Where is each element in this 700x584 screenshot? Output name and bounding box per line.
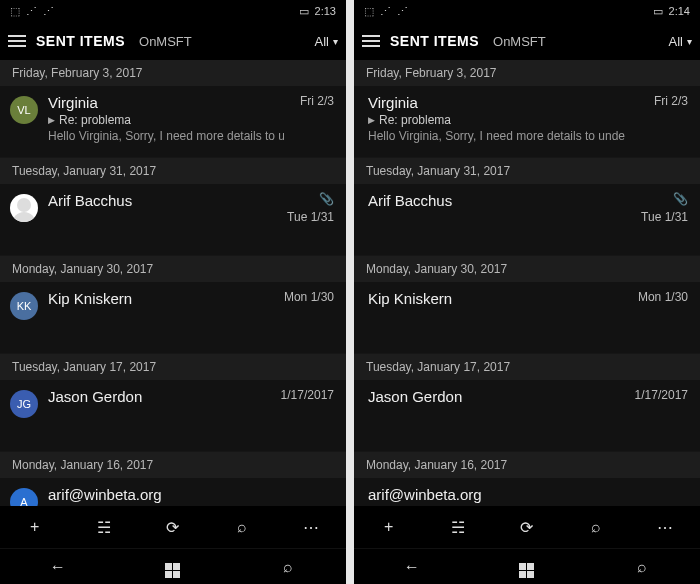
filter-dropdown[interactable]: All▾ [669, 34, 692, 49]
sync-button[interactable]: ⟳ [153, 511, 193, 543]
message-list[interactable]: Friday, February 3, 2017Virginia▶Re: pro… [354, 60, 700, 506]
filter-label: All [315, 34, 329, 49]
message-item[interactable]: JGJason Gerdon1/17/2017 [0, 380, 346, 452]
account-name: OnMSFT [493, 34, 546, 49]
folder-title: SENT ITEMS [390, 33, 479, 49]
account-name: OnMSFT [139, 34, 192, 49]
message-list[interactable]: Friday, February 3, 2017VLVirginia▶Re: p… [0, 60, 346, 506]
new-mail-button[interactable]: + [369, 511, 409, 543]
more-button[interactable]: ⋯ [645, 511, 685, 543]
status-time: 2:14 [669, 5, 690, 17]
battery-icon: ▭ [299, 5, 309, 18]
status-bar: ⬚⋰⋰▭2:13 [0, 0, 346, 22]
date-separator: Monday, January 30, 2017 [354, 256, 700, 282]
search-button[interactable]: ⌕ [222, 511, 262, 543]
sender-name: Kip Kniskern [48, 290, 268, 307]
preview-text: Hello Virginia, Sorry, I need more detai… [368, 129, 638, 143]
sender-name: arif@winbeta.org [368, 486, 672, 503]
status-right: ▭2:14 [653, 5, 690, 18]
sync-button[interactable]: ⟳ [507, 511, 547, 543]
sender-name: Virginia [368, 94, 638, 111]
app-header: SENT ITEMSOnMSFTAll▾ [0, 22, 346, 60]
item-meta: 📎Tue 1/31 [287, 192, 334, 247]
start-button[interactable] [153, 556, 193, 578]
avatar: VL [10, 96, 38, 124]
date-separator: Tuesday, January 17, 2017 [0, 354, 346, 380]
message-item[interactable]: Virginia▶Re: problemaHello Virginia, Sor… [354, 86, 700, 158]
filter-label: All [669, 34, 683, 49]
reply-icon: ▶ [368, 115, 375, 125]
date-separator: Tuesday, January 31, 2017 [354, 158, 700, 184]
status-icons: ⬚⋰⋰ [364, 5, 408, 18]
date-separator: Friday, February 3, 2017 [0, 60, 346, 86]
status-icons: ⬚⋰⋰ [10, 5, 54, 18]
select-button[interactable]: ☵ [84, 511, 124, 543]
item-date: Mon 1/30 [284, 290, 334, 304]
chevron-down-icon: ▾ [333, 36, 338, 47]
message-item[interactable]: Jason Gerdon1/17/2017 [354, 380, 700, 452]
filter-dropdown[interactable]: All▾ [315, 34, 338, 49]
menu-button[interactable] [8, 35, 26, 47]
date-separator: Tuesday, January 17, 2017 [354, 354, 700, 380]
windows-icon [519, 563, 534, 578]
message-item[interactable]: Aarif@winbeta.org [0, 478, 346, 506]
item-date: Fri 2/3 [654, 94, 688, 108]
avatar: A [10, 488, 38, 506]
app-bar: +☵⟳⌕⋯ [0, 506, 346, 548]
message-item[interactable]: arif@winbeta.org [354, 478, 700, 506]
status-bar: ⬚⋰⋰▭2:14 [354, 0, 700, 22]
message-item[interactable]: Kip KniskernMon 1/30 [354, 282, 700, 354]
chevron-down-icon: ▾ [687, 36, 692, 47]
date-separator: Monday, January 16, 2017 [354, 452, 700, 478]
item-meta: 1/17/2017 [635, 388, 688, 443]
status-time: 2:13 [315, 5, 336, 17]
sender-name: Arif Bacchus [368, 192, 625, 209]
item-date: Tue 1/31 [287, 210, 334, 224]
sender-name: Virginia [48, 94, 284, 111]
app-bar: +☵⟳⌕⋯ [354, 506, 700, 548]
item-date: Fri 2/3 [300, 94, 334, 108]
nav-search-button[interactable]: ⌕ [268, 558, 308, 576]
message-item[interactable]: KKKip KniskernMon 1/30 [0, 282, 346, 354]
start-button[interactable] [507, 556, 547, 578]
date-separator: Monday, January 16, 2017 [0, 452, 346, 478]
select-button[interactable]: ☵ [438, 511, 478, 543]
item-date: 1/17/2017 [635, 388, 688, 402]
date-separator: Friday, February 3, 2017 [354, 60, 700, 86]
item-meta: Mon 1/30 [284, 290, 334, 345]
nav-search-button[interactable]: ⌕ [622, 558, 662, 576]
sender-name: Kip Kniskern [368, 290, 622, 307]
status-right: ▭2:13 [299, 5, 336, 18]
preview-text: Hello Virginia, Sorry, I need more detai… [48, 129, 284, 143]
item-meta: 1/17/2017 [281, 388, 334, 443]
reply-icon: ▶ [48, 115, 55, 125]
nav-bar: ←⌕ [354, 548, 700, 584]
new-mail-button[interactable]: + [15, 511, 55, 543]
battery-icon: ▭ [653, 5, 663, 18]
back-button[interactable]: ← [38, 558, 78, 576]
windows-icon [165, 563, 180, 578]
item-meta: Mon 1/30 [638, 290, 688, 345]
app-header: SENT ITEMSOnMSFTAll▾ [354, 22, 700, 60]
attachment-icon: 📎 [319, 192, 334, 206]
message-item[interactable]: Arif Bacchus📎Tue 1/31 [354, 184, 700, 256]
more-button[interactable]: ⋯ [291, 511, 331, 543]
subject-row: ▶Re: problema [368, 113, 638, 127]
back-button[interactable]: ← [392, 558, 432, 576]
avatar [10, 194, 38, 222]
sender-name: arif@winbeta.org [48, 486, 318, 503]
item-date: Mon 1/30 [638, 290, 688, 304]
item-meta: Fri 2/3 [654, 94, 688, 149]
avatar: JG [10, 390, 38, 418]
message-item[interactable]: Arif Bacchus📎Tue 1/31 [0, 184, 346, 256]
avatar: KK [10, 292, 38, 320]
menu-button[interactable] [362, 35, 380, 47]
search-button[interactable]: ⌕ [576, 511, 616, 543]
item-meta: Fri 2/3 [300, 94, 334, 149]
item-date: Tue 1/31 [641, 210, 688, 224]
message-item[interactable]: VLVirginia▶Re: problemaHello Virginia, S… [0, 86, 346, 158]
subject: Re: problema [59, 113, 131, 127]
sender-name: Jason Gerdon [368, 388, 619, 405]
date-separator: Monday, January 30, 2017 [0, 256, 346, 282]
item-meta: 📎Tue 1/31 [641, 192, 688, 247]
